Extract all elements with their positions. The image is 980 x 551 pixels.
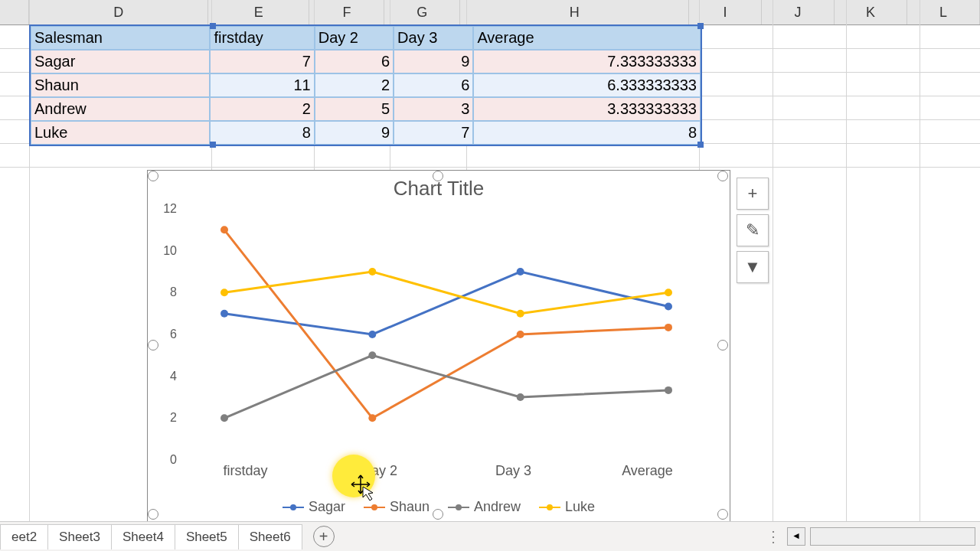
chart-styles-button[interactable]: ✎ [737, 214, 769, 246]
cell-v[interactable]: 6.333333333 [473, 73, 701, 97]
legend-label: Luke [565, 499, 595, 515]
x-tick: firstday [178, 463, 312, 486]
cell-v[interactable]: 3 [394, 97, 473, 121]
cell-v[interactable]: 6 [315, 50, 394, 73]
brush-icon: ✎ [746, 220, 760, 240]
table-header-day3[interactable]: Day 3 [394, 26, 473, 50]
x-axis: firstdayDay 2Day 3Average [178, 463, 714, 486]
data-table[interactable]: Salesman firstday Day 2 Day 3 Average Sa… [29, 24, 702, 146]
table-row: Luke 8 9 7 8 [31, 121, 701, 145]
svg-point-1 [368, 331, 376, 338]
chart-side-buttons: + ✎ ▼ [737, 178, 769, 283]
range-handle[interactable] [210, 23, 216, 29]
resize-handle[interactable] [717, 340, 728, 350]
table-header-average[interactable]: Average [473, 26, 701, 50]
table-body: Sagar 7 6 9 7.333333333 Shaun 11 2 6 6.3… [31, 50, 701, 145]
table-row: Andrew 2 5 3 3.333333333 [31, 97, 701, 121]
x-tick: Day 3 [446, 463, 580, 486]
resize-handle[interactable] [717, 171, 728, 181]
svg-point-7 [665, 324, 672, 331]
cell-v[interactable]: 8 [210, 121, 314, 145]
y-tick: 4 [170, 370, 177, 383]
sheet-tab[interactable]: Sheet3 [47, 524, 112, 549]
sheet-tab[interactable]: eet2 [0, 524, 48, 549]
svg-point-9 [368, 351, 376, 359]
svg-point-12 [220, 289, 228, 296]
legend-label: Sagar [309, 499, 345, 515]
svg-point-0 [220, 310, 228, 318]
scroll-track[interactable] [810, 527, 975, 546]
cell-v[interactable]: 7.333333333 [473, 50, 701, 73]
resize-handle[interactable] [717, 509, 728, 520]
resize-handle[interactable] [433, 171, 443, 181]
cell-v[interactable]: 7 [210, 50, 314, 73]
legend-item[interactable]: Andrew [448, 499, 521, 515]
range-handle[interactable] [697, 142, 704, 148]
table-row: Shaun 11 2 6 6.333333333 [31, 73, 701, 97]
range-handle[interactable] [697, 23, 704, 29]
chart-object[interactable]: Chart Title 024681012 firstdayDay 2Day 3… [147, 170, 730, 522]
resize-handle[interactable] [148, 340, 158, 350]
chart-filter-button[interactable]: ▼ [737, 251, 769, 283]
x-tick: Average [580, 463, 714, 486]
legend-item[interactable]: Shaun [364, 499, 430, 515]
svg-point-6 [517, 331, 524, 338]
svg-point-11 [665, 386, 672, 394]
table-header-row: Salesman firstday Day 2 Day 3 Average [31, 26, 701, 50]
y-tick: 8 [170, 285, 177, 299]
sheet-tab[interactable]: Sheet4 [111, 524, 175, 549]
chart-elements-button[interactable]: + [737, 178, 769, 210]
legend-label: Shaun [390, 499, 430, 515]
y-tick: 6 [170, 328, 177, 341]
cell-v[interactable]: 2 [315, 73, 394, 97]
table-header-firstday[interactable]: firstday [210, 26, 314, 50]
legend-label: Andrew [474, 499, 521, 515]
add-sheet-button[interactable]: + [313, 526, 335, 547]
plus-icon: + [748, 184, 758, 204]
cell-name[interactable]: Shaun [31, 73, 210, 97]
plot-area[interactable]: 024681012 firstdayDay 2Day 3Average [178, 209, 714, 460]
legend-item[interactable]: Sagar [283, 499, 345, 515]
svg-point-2 [517, 268, 524, 276]
svg-point-13 [368, 268, 376, 276]
ellipsis-icon[interactable]: ⋮ [766, 527, 782, 546]
cell-v[interactable]: 7 [394, 121, 473, 145]
table-row: Sagar 7 6 9 7.333333333 [31, 50, 701, 73]
y-tick: 12 [163, 202, 177, 216]
resize-handle[interactable] [148, 171, 158, 181]
legend-item[interactable]: Luke [539, 499, 595, 515]
cell-v[interactable]: 6 [394, 73, 473, 97]
cell-v[interactable]: 3.333333333 [473, 97, 701, 121]
y-tick: 0 [170, 453, 177, 467]
horizontal-scroll: ⋮ ◄ [758, 521, 980, 551]
svg-point-5 [368, 414, 376, 422]
sheet-tab[interactable]: Sheet5 [175, 524, 239, 549]
click-highlight [332, 455, 375, 497]
resize-handle[interactable] [148, 509, 158, 520]
cell-name[interactable]: Luke [31, 121, 210, 145]
resize-handle[interactable] [433, 509, 443, 520]
svg-point-10 [517, 393, 524, 401]
cell-v[interactable]: 11 [210, 73, 314, 97]
y-tick: 2 [170, 411, 177, 425]
cell-v[interactable]: 9 [315, 121, 394, 145]
y-axis: 024681012 [155, 209, 177, 460]
cell-v[interactable]: 5 [315, 97, 394, 121]
svg-point-3 [665, 303, 672, 311]
filter-icon: ▼ [744, 257, 761, 277]
cell-name[interactable]: Sagar [31, 50, 210, 73]
table-header-salesman[interactable]: Salesman [31, 26, 210, 50]
cell-v[interactable]: 8 [473, 121, 701, 145]
scroll-left-button[interactable]: ◄ [787, 527, 805, 546]
y-tick: 10 [163, 244, 177, 258]
cell-v[interactable]: 9 [394, 50, 473, 73]
cell-name[interactable]: Andrew [31, 97, 210, 121]
range-handle[interactable] [210, 142, 216, 148]
sheet-tab[interactable]: Sheet6 [238, 524, 302, 549]
cell-v[interactable]: 2 [210, 97, 314, 121]
svg-point-15 [665, 289, 672, 296]
svg-point-8 [220, 414, 228, 422]
chart-lines[interactable] [178, 209, 714, 460]
table-header-day2[interactable]: Day 2 [315, 26, 394, 50]
svg-point-4 [220, 226, 228, 233]
